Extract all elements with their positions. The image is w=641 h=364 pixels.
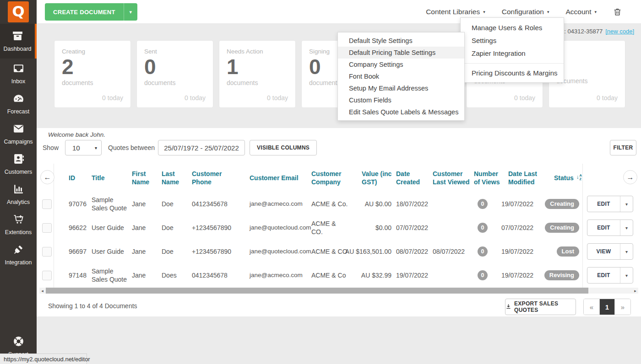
show-select[interactable]: 10 ▾	[65, 140, 102, 155]
documents-table: ID Title First Name Last Name Customer P…	[39, 164, 582, 287]
action-caret[interactable]: ▾	[620, 196, 633, 212]
sidebar-item-integration[interactable]: Integration	[0, 240, 37, 270]
trash-icon[interactable]	[613, 7, 622, 16]
app-logo[interactable]: Q	[0, 0, 37, 24]
col-header-last-name[interactable]: Last Name	[157, 164, 187, 192]
nav-configuration[interactable]: Configuration ▾	[502, 8, 549, 16]
cell-company: ACME & CO.	[307, 216, 353, 240]
horizontal-scrollbar[interactable]: ◂ ▸	[39, 288, 638, 294]
scrollbar-track[interactable]	[45, 288, 632, 294]
export-sales-quotes-button[interactable]: EXPORT SALES QUOTES	[505, 299, 576, 315]
table-row: 97148 Sample Sales Quote Jane Does 04123…	[39, 263, 582, 287]
show-label: Show	[43, 144, 59, 151]
cell-email: jane@acmeco.com	[245, 192, 307, 216]
create-document-button[interactable]: CREATE DOCUMENT ▾	[45, 3, 137, 21]
cell-last-name: Doe	[157, 240, 187, 263]
chevron-down-icon: ▾	[625, 225, 628, 230]
col-header-id[interactable]: ID	[54, 164, 87, 192]
stat-card-sent[interactable]: Sent 0 documents 0 today	[136, 40, 213, 108]
col-header-number-of-views[interactable]: Number of Views	[473, 164, 500, 192]
cell-last-name: Doe	[157, 216, 187, 240]
row-checkbox[interactable]	[42, 223, 52, 233]
cell-phone: +1234567890	[187, 216, 245, 240]
stat-card-needs-action[interactable]: Needs Action 1 documents 0 today	[219, 40, 296, 108]
col-header-value[interactable]: Value (inc GST)	[353, 164, 395, 192]
page-current[interactable]: 1	[599, 299, 615, 315]
nav-account[interactable]: Account ▾	[565, 8, 597, 16]
sidebar-item-label: Dashboard	[3, 46, 31, 52]
create-document-caret[interactable]: ▾	[124, 3, 137, 21]
row-action-button[interactable]: EDIT ▾	[587, 196, 633, 212]
menu-item-settings[interactable]: Settings	[461, 34, 564, 47]
new-code-link[interactable]: [new code]	[605, 28, 634, 35]
menu-item-font-book[interactable]: Font Book	[338, 70, 464, 82]
sidebar-item-label: Analytics	[7, 199, 30, 205]
scroll-columns-right-button[interactable]: →	[623, 170, 637, 184]
row-action-button[interactable]: EDIT ▾	[587, 219, 633, 236]
scrollbar-right-arrow[interactable]: ▸	[632, 288, 638, 294]
col-header-customer-last-viewed[interactable]: Customer Last Viewed	[433, 164, 473, 192]
action-caret[interactable]: ▾	[620, 220, 633, 236]
col-header-customer-email[interactable]: Customer Email	[245, 164, 307, 192]
sort-alpha-icon[interactable]: ↓ AZ	[576, 174, 582, 181]
scrollbar-thumb[interactable]	[46, 288, 588, 294]
col-header-date-last-modified[interactable]: Date Last Modified	[500, 164, 539, 192]
sidebar-item-extentions[interactable]: Extentions	[0, 209, 37, 240]
col-header-status[interactable]: Status ↓ AZ	[539, 164, 582, 192]
chevron-down-icon: ▾	[95, 145, 97, 150]
cart-plus-icon	[13, 214, 24, 227]
nav-content-libraries[interactable]: Content Libraries ▾	[426, 8, 485, 16]
menu-item-pricing-discounts-margins[interactable]: Pricing Discounts & Margins	[461, 67, 564, 80]
menu-item-setup-my-email-addresses[interactable]: Setup My Email Addresses	[338, 82, 464, 94]
dashboard-archive-icon	[12, 30, 23, 43]
scrollbar-left-arrow[interactable]: ◂	[39, 288, 45, 294]
row-checkbox[interactable]	[42, 271, 52, 280]
row-action-button[interactable]: VIEW ▾	[587, 243, 633, 260]
cell-views: 0	[473, 263, 500, 287]
cell-last-viewed: 08/07/2022	[433, 240, 473, 263]
sidebar-item-label: Extentions	[5, 229, 32, 236]
sidebar-item-campaigns[interactable]: Campaigns	[0, 119, 37, 149]
download-icon	[505, 303, 511, 311]
sidebar-item-inbox[interactable]: Inbox	[0, 59, 37, 89]
menu-item-company-settings[interactable]: Company Settings	[338, 59, 464, 70]
visible-columns-button[interactable]: VISIBLE COLUMNS	[250, 140, 317, 155]
col-header-customer-company[interactable]: Customer Company	[307, 164, 353, 192]
page-next-button[interactable]: »	[615, 299, 630, 315]
menu-item-edit-sales-quote-labels-messages[interactable]: Edit Sales Quote Labels & Messages	[338, 106, 464, 118]
action-caret[interactable]: ▾	[620, 268, 633, 283]
action-caret[interactable]: ▾	[620, 244, 633, 259]
page-prev-button[interactable]: «	[584, 299, 599, 315]
menu-item-custom-fields[interactable]: Custom Fields	[338, 94, 464, 106]
menu-item-manage-users-roles[interactable]: Manage Users & Roles	[461, 21, 564, 34]
cell-phone: 0412345678	[187, 263, 245, 287]
filter-button[interactable]: FILTER	[610, 140, 636, 155]
menu-item-default-pricing-table-settings[interactable]: Default Pricing Table Settings	[338, 47, 464, 59]
sidebar-item-analytics[interactable]: Analytics	[0, 179, 37, 209]
sidebar-item-dashboard[interactable]: Dashboard	[0, 24, 37, 59]
bar-chart-icon	[13, 183, 24, 197]
welcome-message: Welcome back John.	[48, 131, 105, 138]
showing-summary: Showing 1 to 4 of 4 Documents	[48, 302, 137, 310]
table-row: 97076 Sample Sales Quote Jane Doe 041234…	[39, 192, 582, 216]
status-url: https://my2.quotecloud.net/editor	[4, 356, 90, 363]
scroll-columns-left-button[interactable]: ←	[40, 170, 54, 184]
menu-item-zapier-integration[interactable]: Zapier Integration	[461, 47, 564, 60]
col-header-date-created[interactable]: Date Created	[395, 164, 433, 192]
right-arrow-icon: →	[627, 173, 634, 182]
sidebar-item-forecast[interactable]: Forecast	[0, 89, 37, 119]
col-header-customer-phone[interactable]: Customer Phone	[187, 164, 245, 192]
stat-card-creating[interactable]: Creating 2 documents 0 today	[54, 40, 131, 108]
cell-date-created: 07/07/2022	[395, 216, 433, 240]
chevron-down-icon: ▾	[625, 249, 628, 254]
row-checkbox[interactable]	[42, 247, 52, 257]
cell-views: 0	[473, 216, 500, 240]
row-action-button[interactable]: EDIT ▾	[587, 267, 633, 284]
row-checkbox[interactable]	[42, 199, 52, 209]
col-header-title[interactable]: Title	[87, 164, 127, 192]
menu-item-default-style-settings[interactable]: Default Style Settings	[338, 35, 464, 47]
col-header-first-name[interactable]: First Name	[127, 164, 157, 192]
date-range-input[interactable]: 25/07/1972 - 25/07/2022	[158, 140, 245, 155]
life-ring-icon	[13, 336, 24, 349]
sidebar-item-customers[interactable]: Customers	[0, 149, 37, 179]
